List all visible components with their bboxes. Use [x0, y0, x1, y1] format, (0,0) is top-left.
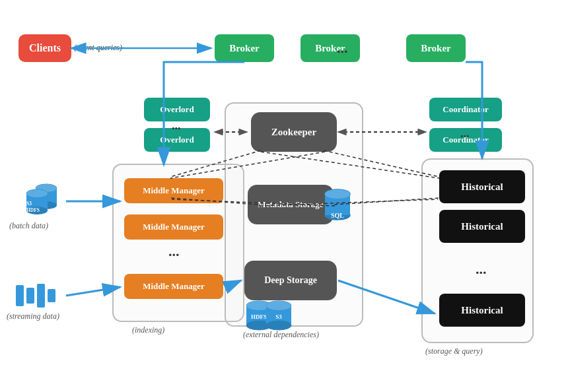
- svg-point-14: [266, 301, 291, 310]
- coord-dots: ...: [460, 127, 470, 141]
- deep-storage-box: Deep Storage: [244, 261, 337, 300]
- clients-box: Clients: [18, 34, 71, 62]
- middle-manager-box-2: Middle Manager: [124, 214, 223, 240]
- sql-cylinder: SQL: [324, 189, 351, 223]
- hist-dots: ...: [476, 261, 487, 278]
- zookeeper-box: Zookeeper: [251, 112, 337, 152]
- historical-3-label: Historical: [461, 305, 503, 316]
- svg-point-4: [325, 189, 350, 199]
- historical-2-label: Historical: [461, 221, 503, 232]
- indexing-label: (indexing): [132, 325, 164, 335]
- client-queries-label: (client queries): [74, 43, 122, 53]
- batch-data-label: (batch data): [9, 221, 48, 231]
- streaming-data-icon: [15, 282, 61, 309]
- coordinator-box-1: Coordinator: [429, 98, 502, 121]
- broker-1-label: Broker: [229, 43, 260, 54]
- historical-box-2: Historical: [439, 210, 525, 243]
- svg-rect-29: [48, 289, 55, 302]
- svg-text:HDFS: HDFS: [251, 313, 267, 320]
- broker-3-label: Broker: [421, 43, 451, 54]
- storage-label: (storage & query): [425, 346, 483, 356]
- architecture-diagram: (indexing) (external dependencies) (stor…: [0, 0, 568, 392]
- broker-box-3: Broker: [406, 34, 466, 62]
- historical-1-label: Historical: [461, 181, 503, 193]
- svg-text:S3: S3: [275, 313, 282, 320]
- svg-rect-28: [37, 284, 45, 308]
- metadata-storage-box: Metadata Storage: [248, 185, 334, 224]
- deep-storage-label: Deep Storage: [264, 275, 317, 286]
- overlord-dots: ...: [172, 119, 181, 133]
- historical-box-3: Historical: [439, 294, 525, 327]
- middle-manager-box-1: Middle Manager: [124, 178, 223, 203]
- mm-2-label: Middle Manager: [143, 222, 205, 232]
- historical-box-1: Historical: [439, 170, 525, 203]
- svg-point-23: [26, 189, 48, 197]
- deep-storage-cylinders: HDFS S3: [244, 300, 297, 335]
- coordinator-1-label: Coordinator: [443, 104, 488, 115]
- overlord-box-1: Overlord: [144, 98, 210, 121]
- mm-1-label: Middle Manager: [143, 185, 205, 196]
- svg-text:SQL: SQL: [331, 212, 344, 219]
- svg-rect-27: [26, 288, 34, 304]
- svg-text:S3: S3: [26, 201, 32, 207]
- mm-dots: ...: [168, 243, 180, 260]
- broker-dots: ...: [337, 40, 348, 57]
- clients-label: Clients: [29, 42, 61, 54]
- overlord-2-label: Overlord: [160, 135, 194, 145]
- mm-3-label: Middle Manager: [143, 281, 205, 292]
- zookeeper-label: Zookeeper: [271, 127, 316, 138]
- svg-point-13: [266, 321, 291, 330]
- overlord-1-label: Overlord: [160, 104, 194, 115]
- svg-rect-26: [16, 285, 24, 306]
- middle-manager-box-3: Middle Manager: [124, 274, 223, 299]
- svg-text:HDFS: HDFS: [26, 207, 40, 213]
- streaming-data-label: (streaming data): [7, 311, 59, 321]
- metadata-storage-label: Metadata Storage: [258, 199, 323, 211]
- broker-box-2: Broker: [301, 34, 360, 62]
- broker-box-1: Broker: [215, 34, 274, 62]
- batch-data-icon: S3 HDFS: [13, 181, 66, 220]
